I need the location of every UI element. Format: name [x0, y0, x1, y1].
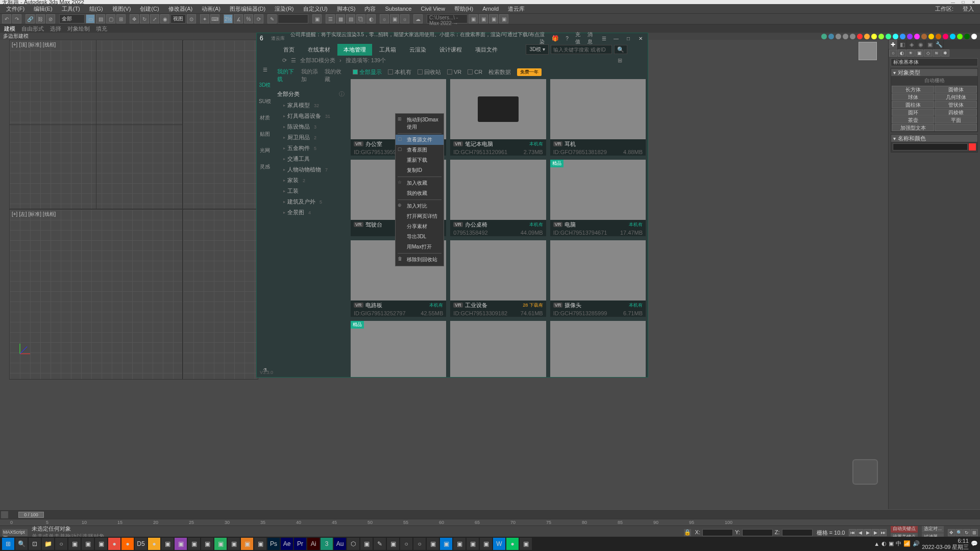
color-dot[interactable]	[821, 34, 827, 39]
display-tab[interactable]: ▣	[925, 40, 935, 49]
lib-close-button[interactable]: ✕	[636, 35, 645, 42]
menu-arnold[interactable]: Arnold	[478, 5, 503, 13]
tray-icon[interactable]: 🔊	[913, 540, 920, 547]
color-dot[interactable]	[943, 34, 948, 39]
app-icon[interactable]: ▣	[228, 538, 240, 550]
keyboard-shortcut-button[interactable]: ⌨	[210, 14, 219, 23]
asset-card[interactable]: 精品	[351, 321, 446, 377]
lib-maximize-button[interactable]: □	[624, 35, 632, 42]
tab-home[interactable]: 首页	[277, 44, 301, 56]
ctx-item[interactable]: 重新下载	[396, 155, 444, 165]
menu-group[interactable]: 组(G)	[85, 4, 107, 14]
render-frame-button[interactable]: ▣	[390, 14, 399, 23]
app-icon[interactable]: W	[493, 538, 505, 550]
side-material[interactable]: 材质	[260, 114, 270, 121]
menu-daoyun[interactable]: 道云库	[504, 4, 529, 14]
tab-local[interactable]: 本地管理	[337, 44, 372, 56]
ctx-item[interactable]: 复制ID	[396, 165, 444, 176]
sphere-button[interactable]: 球体	[892, 93, 934, 101]
color-dot[interactable]	[886, 34, 891, 39]
plane-button[interactable]: 平面	[935, 116, 977, 123]
card-thumbnail[interactable]: 精品	[351, 321, 446, 377]
create-tab[interactable]: ✚	[889, 40, 898, 49]
maxscript-label[interactable]: MAXScript 脚	[2, 529, 28, 536]
pan-icon[interactable]: ✥	[948, 529, 955, 536]
asset-card[interactable]	[450, 321, 546, 377]
viewport-front[interactable]	[183, 40, 258, 209]
category-item[interactable]: 家具模型32	[277, 100, 345, 111]
align-button[interactable]: ☰	[326, 14, 335, 23]
render-cloud-button[interactable]: ☁	[413, 14, 423, 23]
goto-end-icon[interactable]: ⏭	[879, 529, 887, 536]
ctx-item[interactable]: 分享素材	[396, 221, 444, 232]
key-mode-icon[interactable]	[1, 511, 8, 518]
helpers-icon[interactable]: ◇	[924, 49, 932, 57]
lights-icon[interactable]: ☀	[906, 49, 915, 57]
taskview-icon[interactable]: ⊡	[29, 538, 41, 550]
search-type-dropdown[interactable]: 3D模 ▾	[526, 44, 549, 55]
side-3d[interactable]: 3D模	[259, 82, 271, 89]
card-thumbnail[interactable]	[450, 240, 546, 300]
asset-card[interactable]: VR耳机ID:GFO798513818294.88MB	[550, 79, 646, 156]
bind-button[interactable]: ⊘	[46, 14, 55, 23]
redo-button[interactable]: ↷	[12, 14, 21, 23]
menu-help[interactable]: 帮助(H)	[450, 4, 477, 14]
mirror-button[interactable]: ▣	[312, 14, 322, 23]
search-icon[interactable]: 🔍	[15, 538, 28, 550]
tab-toolbox[interactable]: 工具箱	[373, 44, 402, 56]
grid-view-icon[interactable]: ⊞	[618, 57, 622, 64]
color-dot[interactable]	[971, 34, 977, 39]
app-icon[interactable]: ○	[400, 538, 412, 550]
tray-icon[interactable]: ▲	[874, 541, 879, 547]
tube-button[interactable]: 管状体	[935, 101, 977, 108]
ctx-item[interactable]: 我的收藏	[396, 188, 444, 198]
menu-file[interactable]: 文件(F)	[2, 4, 29, 14]
shapes-icon[interactable]: ◐	[898, 49, 906, 57]
menu-script[interactable]: 脚本(S)	[333, 4, 360, 14]
app-icon[interactable]: ▣	[254, 538, 266, 550]
x-input[interactable]	[702, 529, 733, 536]
category-item[interactable]: 灯具电器设备31	[277, 111, 345, 121]
time-slider-handle[interactable]: 0 / 100	[18, 512, 44, 518]
color-dot[interactable]	[893, 34, 898, 39]
selection-filter[interactable]: 全部	[59, 14, 85, 23]
card-thumbnail[interactable]	[550, 79, 646, 139]
color-dot[interactable]	[964, 34, 970, 39]
side-menu-icon[interactable]: ☰	[263, 67, 267, 72]
proj3-button[interactable]: ▣	[489, 14, 498, 23]
viewport-label[interactable]: [+] [顶] [标准] [线框]	[12, 41, 56, 48]
app-icon[interactable]: ▣	[440, 538, 452, 550]
section-header[interactable]: ▾ 名称和颜色	[891, 135, 977, 142]
ctx-item[interactable]: 🗑移除到回收站	[396, 255, 444, 265]
tray-icon[interactable]: ▣	[889, 540, 894, 547]
spinner-snap-button[interactable]: ⟳	[254, 14, 263, 23]
ribbon-freeform[interactable]: 自由形式	[21, 25, 44, 33]
card-thumbnail[interactable]	[550, 321, 646, 377]
schematic-button[interactable]: ⿻	[356, 14, 365, 23]
layer-button[interactable]: ▦	[336, 14, 345, 23]
select-manipulate-button[interactable]: ✦	[200, 14, 209, 23]
box-button[interactable]: 长方体	[892, 86, 934, 93]
angle-snap-button[interactable]: ∡	[234, 14, 243, 23]
filter-all[interactable]: 全部显示	[353, 68, 382, 76]
ref-coord-dropdown[interactable]: 视图	[170, 14, 186, 23]
z-input[interactable]	[782, 529, 813, 536]
menu-customize[interactable]: 自定义(U)	[299, 4, 332, 14]
lock-icon[interactable]: 🔒	[684, 529, 691, 536]
app-icon[interactable]: ▣	[82, 538, 94, 550]
cameras-icon[interactable]: ▣	[915, 49, 923, 57]
color-dot[interactable]	[936, 34, 941, 39]
category-item[interactable]: 全景图4	[277, 207, 345, 218]
color-dot[interactable]	[900, 34, 905, 39]
use-center-button[interactable]: ⊙	[187, 14, 196, 23]
menu-grapheditors[interactable]: 图形编辑器(D)	[226, 4, 270, 14]
app-icon[interactable]: ○	[413, 538, 426, 550]
viewport-label[interactable]: [+] [左] [标准] [线框]	[12, 211, 56, 218]
login-button[interactable]: 登入	[959, 4, 978, 14]
app-icon[interactable]: ▣	[201, 538, 213, 550]
render-setup-button[interactable]: ☼	[380, 14, 389, 23]
material-editor-button[interactable]: ◐	[366, 14, 376, 23]
pyramid-button[interactable]: 四棱锥	[935, 109, 977, 116]
tab-online[interactable]: 在线素材	[302, 44, 336, 56]
app-icon[interactable]: Ai	[307, 538, 320, 550]
